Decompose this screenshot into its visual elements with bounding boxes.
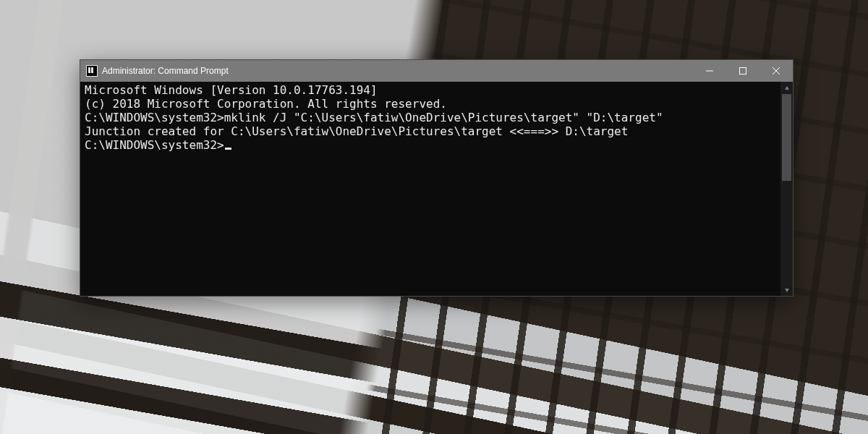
prompt-path: C:\WINDOWS\system32>: [85, 138, 224, 152]
prompt-path: C:\WINDOWS\system32>: [85, 111, 224, 124]
command-line: C:\WINDOWS\system32>mklink /J "C:\Users\…: [85, 111, 778, 124]
text-cursor: [225, 148, 231, 150]
svg-rect-1: [740, 68, 746, 75]
maximize-button[interactable]: [726, 60, 760, 82]
window-title: Administrator: Command Prompt: [102, 66, 229, 76]
scroll-down-button[interactable]: [780, 284, 793, 296]
window-controls: [693, 60, 793, 82]
command-text: mklink /J "C:\Users\fatiw\OneDrive\Pictu…: [224, 111, 663, 124]
prompt-line: C:\WINDOWS\system32>: [85, 138, 778, 152]
output-line: Junction created for C:\Users\fatiw\OneD…: [85, 124, 778, 138]
command-prompt-window: Administrator: Command Prompt Microsoft …: [80, 59, 793, 297]
svg-marker-4: [785, 86, 789, 90]
close-button[interactable]: [760, 60, 793, 82]
console-output[interactable]: Microsoft Windows [Version 10.0.17763.19…: [80, 82, 780, 296]
titlebar-drag-area[interactable]: [229, 60, 693, 82]
vertical-scrollbar[interactable]: [780, 82, 793, 296]
minimize-button[interactable]: [693, 60, 726, 82]
console-client-area: Microsoft Windows [Version 10.0.17763.19…: [80, 82, 793, 296]
banner-line: Microsoft Windows [Version 10.0.17763.19…: [85, 83, 778, 97]
scroll-thumb[interactable]: [782, 94, 791, 181]
banner-line: (c) 2018 Microsoft Corporation. All righ…: [85, 97, 778, 111]
cmd-icon: [86, 65, 98, 77]
scroll-up-button[interactable]: [780, 82, 793, 94]
svg-marker-5: [785, 289, 789, 292]
titlebar[interactable]: Administrator: Command Prompt: [80, 60, 793, 82]
